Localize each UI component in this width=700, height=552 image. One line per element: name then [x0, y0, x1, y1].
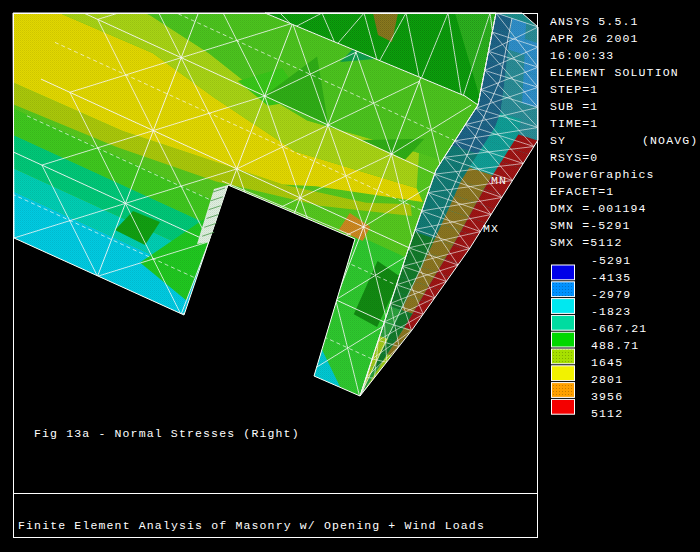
svg-text:SMN =-5291: SMN =-5291 — [550, 219, 631, 232]
svg-text:16:00:33: 16:00:33 — [550, 49, 614, 62]
svg-text:(NOAVG): (NOAVG) — [642, 134, 698, 147]
svg-text:5112: 5112 — [591, 407, 623, 420]
svg-text:EFACET=1: EFACET=1 — [550, 185, 614, 198]
svg-text:ANSYS 5.5.1: ANSYS 5.5.1 — [550, 15, 639, 28]
svg-text:SUB =1: SUB =1 — [550, 100, 598, 113]
svg-text:-667.21: -667.21 — [591, 322, 647, 335]
svg-text:488.71: 488.71 — [591, 339, 639, 352]
svg-text:SMX =5112: SMX =5112 — [550, 236, 622, 249]
svg-text:1645: 1645 — [591, 356, 623, 369]
svg-text:Fig 13a - Normal Stresses (Rig: Fig 13a - Normal Stresses (Right) — [34, 427, 300, 440]
svg-text:-2979: -2979 — [591, 288, 631, 301]
svg-text:DMX =.001194: DMX =.001194 — [550, 202, 647, 215]
svg-text:-5291: -5291 — [591, 254, 631, 267]
svg-text:-1823: -1823 — [591, 305, 631, 318]
svg-text:APR 26 2001: APR 26 2001 — [550, 32, 639, 45]
svg-text:STEP=1: STEP=1 — [550, 83, 598, 96]
svg-text:RSYS=0: RSYS=0 — [550, 151, 598, 164]
svg-text:MX: MX — [483, 222, 499, 235]
svg-text:PowerGraphics: PowerGraphics — [550, 168, 655, 181]
svg-text:Finite Element Analysis of Mas: Finite Element Analysis of Masonry w/ Op… — [18, 519, 485, 532]
svg-text:-4135: -4135 — [591, 271, 631, 284]
svg-text:2801: 2801 — [591, 373, 623, 386]
svg-text:SY: SY — [550, 134, 566, 147]
svg-text:ELEMENT SOLUTION: ELEMENT SOLUTION — [550, 66, 679, 79]
svg-text:TIME=1: TIME=1 — [550, 117, 598, 130]
svg-text:3956: 3956 — [591, 390, 623, 403]
